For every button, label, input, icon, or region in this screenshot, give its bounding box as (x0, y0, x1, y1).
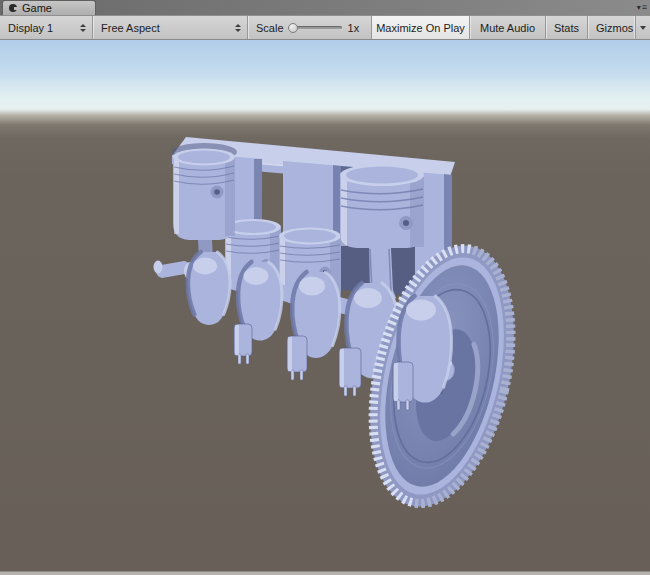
game-view-icon (9, 4, 17, 12)
gizmos-button[interactable]: Gizmos (588, 16, 650, 39)
panel-menu-icon[interactable]: ▾ ≡ (637, 1, 647, 14)
maximize-on-play-label: Maximize On Play (376, 22, 465, 34)
updown-caret-icon (80, 24, 86, 32)
scale-value: 1x (348, 22, 360, 34)
mute-audio-label: Mute Audio (480, 22, 535, 34)
stats-button[interactable]: Stats (546, 16, 588, 39)
display-dropdown[interactable]: Display 1 (0, 16, 93, 39)
updown-caret-icon (235, 24, 241, 32)
aspect-dropdown-value: Free Aspect (101, 22, 160, 34)
rod-cap (339, 348, 361, 396)
scale-label: Scale (256, 22, 284, 34)
scale-slider-knob[interactable] (288, 23, 298, 33)
rod-cap (234, 324, 252, 364)
gizmos-dropdown-caret[interactable] (635, 16, 650, 39)
scale-control: Scale 1x (248, 16, 372, 39)
gizmos-label: Gizmos (596, 22, 633, 34)
mute-audio-button[interactable]: Mute Audio (470, 16, 546, 39)
tab-bar: Game ▾ ≡ (0, 0, 650, 15)
caret-down-icon: ▾ (637, 1, 641, 14)
stats-label: Stats (554, 22, 579, 34)
tab-game-label: Game (22, 2, 52, 14)
tab-game[interactable]: Game (2, 0, 96, 15)
game-view-window: Game ▾ ≡ Display 1 Free Aspect Scale 1x … (0, 0, 650, 575)
game-render-viewport[interactable] (0, 40, 650, 571)
game-view-toolbar: Display 1 Free Aspect Scale 1x Maximize … (0, 15, 650, 40)
engine-model (0, 40, 650, 571)
maximize-on-play-button[interactable]: Maximize On Play (372, 16, 470, 39)
menu-lines-icon: ≡ (642, 1, 647, 14)
caret-down-icon (640, 26, 646, 30)
aspect-dropdown[interactable]: Free Aspect (93, 16, 248, 39)
display-dropdown-value: Display 1 (8, 22, 53, 34)
scale-slider-track[interactable] (290, 26, 342, 29)
window-bottom-border (0, 571, 650, 575)
rod-cap (287, 336, 307, 380)
